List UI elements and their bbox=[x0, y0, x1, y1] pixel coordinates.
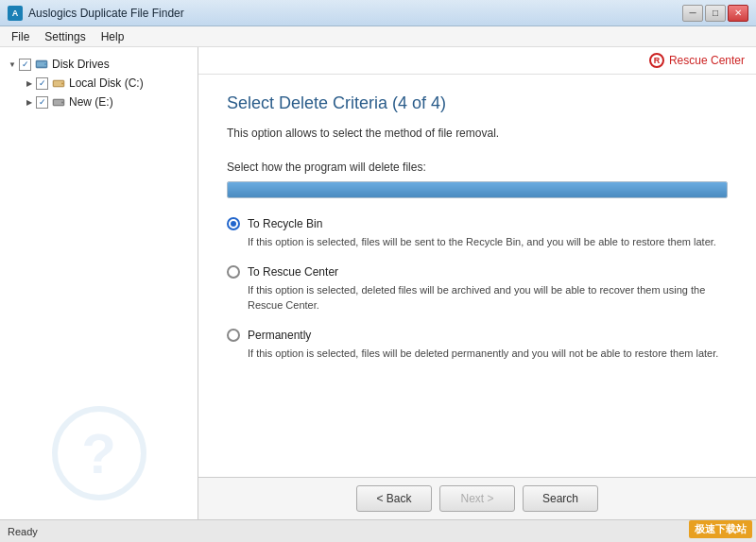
rescue-icon: R bbox=[649, 53, 664, 68]
tree-item-e[interactable]: ▶ New (E:) bbox=[21, 93, 194, 111]
tree-c-checkbox[interactable] bbox=[36, 77, 48, 90]
tree-e-checkbox[interactable] bbox=[36, 96, 48, 109]
progress-bar-fill bbox=[228, 182, 727, 197]
maximize-button[interactable]: □ bbox=[705, 5, 726, 22]
radio-recycle-circle[interactable] bbox=[227, 217, 240, 230]
brand-watermark: 极速下载站 bbox=[689, 520, 752, 538]
radio-rescue-desc: If this option is selected, deleted file… bbox=[248, 282, 728, 313]
main-wrapper: ▼ Disk Drives ▶ bbox=[0, 47, 756, 519]
local-disk-c-icon bbox=[51, 76, 66, 91]
progress-bar bbox=[227, 181, 728, 198]
tree-e-label: New (E:) bbox=[69, 95, 113, 109]
svg-point-8 bbox=[61, 102, 63, 104]
radio-option-recycle: To Recycle Bin If this option is selecte… bbox=[227, 217, 728, 250]
close-button[interactable]: ✕ bbox=[728, 5, 748, 22]
title-bar-text: Auslogics Duplicate File Finder bbox=[28, 7, 682, 20]
rescue-center-label: Rescue Center bbox=[669, 54, 745, 67]
tree-e-arrow[interactable]: ▶ bbox=[23, 95, 36, 109]
minimize-button[interactable]: ─ bbox=[682, 5, 703, 22]
tree-c-arrow[interactable]: ▶ bbox=[23, 76, 36, 90]
tree-c-label: Local Disk (C:) bbox=[69, 76, 144, 90]
sidebar: ▼ Disk Drives ▶ bbox=[0, 47, 198, 519]
radio-option-permanent: Permanently If this option is selected, … bbox=[227, 329, 728, 362]
search-button[interactable]: Search bbox=[523, 485, 598, 512]
next-button[interactable]: Next > bbox=[439, 485, 515, 512]
radio-rescue-label[interactable]: To Rescue Center bbox=[227, 265, 728, 279]
svg-point-5 bbox=[61, 83, 63, 85]
tree-item-c[interactable]: ▶ Local Disk (C:) bbox=[21, 74, 194, 93]
status-bar: Ready bbox=[0, 519, 756, 542]
menu-settings[interactable]: Settings bbox=[37, 28, 93, 45]
sidebar-watermark bbox=[52, 406, 146, 500]
tree-root-arrow[interactable]: ▼ bbox=[6, 58, 19, 71]
rescue-center-button[interactable]: R Rescue Center bbox=[649, 53, 745, 68]
rescue-header: R Rescue Center bbox=[198, 47, 756, 75]
tree-root-label: Disk Drives bbox=[52, 58, 110, 71]
radio-recycle-text: To Recycle Bin bbox=[248, 217, 322, 230]
status-text: Ready bbox=[8, 526, 38, 537]
radio-option-rescue: To Rescue Center If this option is selec… bbox=[227, 265, 728, 313]
radio-rescue-text: To Rescue Center bbox=[248, 265, 338, 279]
menu-bar: File Settings Help bbox=[0, 26, 756, 47]
content-area: Select Delete Criteria (4 of 4) This opt… bbox=[198, 75, 756, 477]
drives-icon bbox=[34, 57, 49, 72]
menu-file[interactable]: File bbox=[4, 28, 37, 45]
radio-permanent-text: Permanently bbox=[248, 329, 311, 342]
svg-point-2 bbox=[44, 63, 46, 65]
menu-help[interactable]: Help bbox=[94, 28, 132, 45]
tree-root[interactable]: ▼ Disk Drives bbox=[4, 55, 194, 74]
app-icon: A bbox=[8, 6, 23, 21]
bottom-bar: < Back Next > Search bbox=[198, 477, 756, 519]
local-disk-e-icon bbox=[51, 94, 66, 110]
window-controls: ─ □ ✕ bbox=[682, 5, 748, 22]
radio-permanent-desc: If this option is selected, files will b… bbox=[248, 346, 728, 362]
back-button[interactable]: < Back bbox=[356, 485, 432, 512]
section-label: Select how the program will delete files… bbox=[227, 161, 728, 174]
tree-root-checkbox[interactable] bbox=[19, 59, 31, 71]
step-title: Select Delete Criteria (4 of 4) bbox=[227, 93, 728, 113]
title-bar: A Auslogics Duplicate File Finder ─ □ ✕ bbox=[0, 0, 756, 26]
right-panel: R Rescue Center Select Delete Criteria (… bbox=[198, 47, 756, 519]
radio-rescue-circle[interactable] bbox=[227, 265, 240, 279]
radio-recycle-desc: If this option is selected, files will b… bbox=[248, 234, 728, 250]
radio-permanent-label[interactable]: Permanently bbox=[227, 329, 728, 342]
radio-recycle-label[interactable]: To Recycle Bin bbox=[227, 217, 728, 230]
step-description: This option allows to select the method … bbox=[227, 125, 728, 142]
radio-permanent-circle[interactable] bbox=[227, 329, 240, 342]
